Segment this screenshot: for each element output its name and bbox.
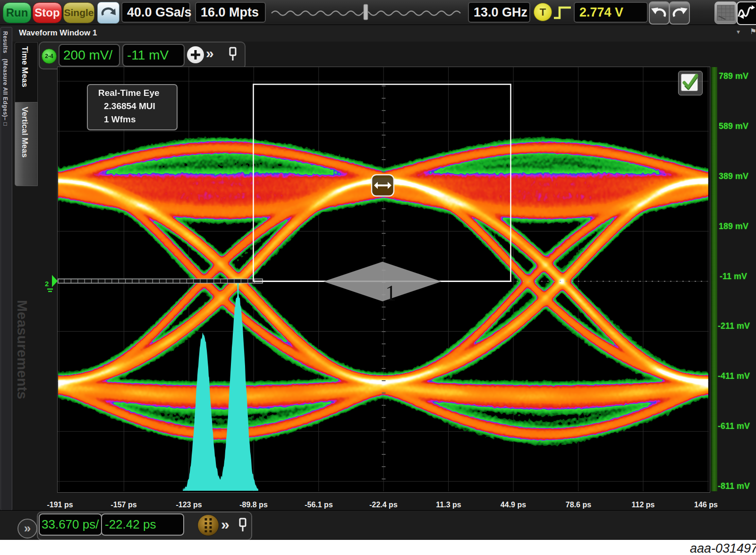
svg-text:2: 2 [45,280,49,288]
svg-text:1: 1 [385,281,396,305]
